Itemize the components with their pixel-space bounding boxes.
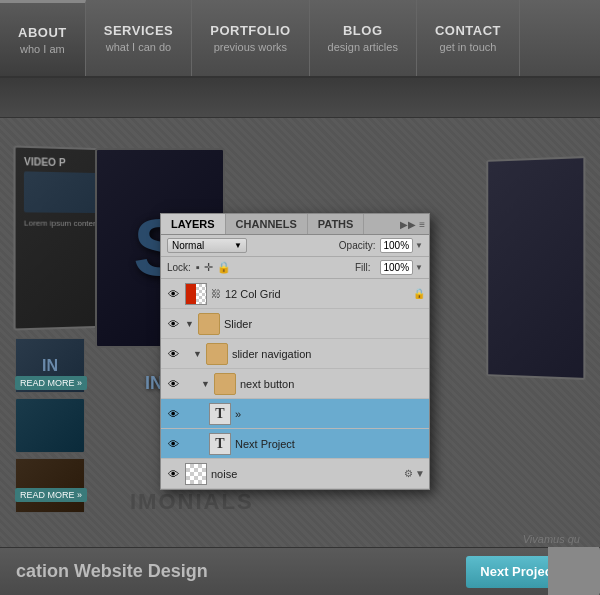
main-content: VIDEO P Lorem ipsum content IN READ MORE… [0,118,600,595]
thumb-12col [185,283,207,305]
nav-sub-contact: get in touch [440,41,497,53]
eye-icon-next-project[interactable]: 👁 [165,436,181,452]
layer-row-next-project[interactable]: 👁 T Next Project [161,429,429,459]
opacity-label: Opacity: [339,240,376,251]
eye-icon-next-button[interactable]: 👁 [165,376,181,392]
nav-main-services: SERVICES [104,23,174,38]
layer-row-12col[interactable]: 👁 ⛓ 12 Col Grid 🔒 [161,279,429,309]
layer-row-slider-nav[interactable]: 👁 ▼ slider navigation [161,339,429,369]
nav-item-about[interactable]: ABOUT who I am [0,0,86,76]
ps-tab-paths[interactable]: PATHS [308,214,365,234]
nav-sub-services: what I can do [106,41,171,53]
thumb-arrow-text: T [209,403,231,425]
bottom-title: cation Website Design [16,561,208,582]
fill-value[interactable]: 100% [380,260,414,275]
ps-tab-channels[interactable]: CHANNELS [226,214,308,234]
layer-row-arrow-text[interactable]: 👁 T » [161,399,429,429]
panel-menu-icon[interactable]: ▶▶ [400,219,416,230]
layer-name-next-button: next button [240,378,425,390]
thumb-slider [198,313,220,335]
opacity-arrow[interactable]: ▼ [415,241,423,250]
nav-main-about: ABOUT [18,25,67,40]
nav-main-blog: BLOG [343,23,383,38]
layer-row-next-button[interactable]: 👁 ▼ next button [161,369,429,399]
panel-collapse-icon[interactable]: ≡ [419,219,425,230]
blend-mode-select[interactable]: Normal ▼ [167,238,247,253]
dark-stripe [0,78,600,118]
card-right [486,156,585,380]
opacity-value[interactable]: 100% [380,238,414,253]
lock-all-icon[interactable]: 🔒 [217,261,231,274]
eye-icon-noise[interactable]: 👁 [165,466,181,482]
layer-name-slider: Slider [224,318,425,330]
layer-name-12col: 12 Col Grid [225,288,409,300]
ps-tab-bar: LAYERS CHANNELS PATHS ▶▶ ≡ [161,214,429,235]
ribbon-decoration [548,547,600,595]
layer-name-arrow-text: » [235,408,425,420]
layer-name-next-project: Next Project [235,438,425,450]
eye-icon-slider-nav[interactable]: 👁 [165,346,181,362]
testimonials-text: IMONIALS [130,489,254,515]
expand-slider[interactable]: ▼ [185,319,194,329]
card-small-3 [15,458,85,513]
nav-item-blog[interactable]: BLOG design articles [310,0,417,76]
noise-settings-icon[interactable]: ⚙ [404,468,413,479]
nav-sub-blog: design articles [328,41,398,53]
ps-tab-layers[interactable]: LAYERS [161,214,226,234]
read-more-btn-2[interactable]: READ MORE » [15,488,87,502]
ps-layers-list: 👁 ⛓ 12 Col Grid 🔒 👁 ▼ [161,279,429,489]
lock-label: Lock: [167,262,191,273]
thumb-next-button [214,373,236,395]
nav-sub-about: who I am [20,43,65,55]
thumb-noise [185,463,207,485]
vivamus-text: Vivamus qu [523,533,580,545]
layer-name-slider-nav: slider navigation [232,348,425,360]
nav-main-portfolio: PORTFOLIO [210,23,290,38]
lock-move-icon[interactable]: ✛ [204,261,213,274]
layer-lock-12col: 🔒 [413,288,425,299]
link-icon-12col: ⛓ [211,288,221,299]
thumb-next-project: T [209,433,231,455]
lock-pixels-icon[interactable]: ▪ [196,261,200,274]
read-more-btn-1[interactable]: READ MORE » [15,376,87,390]
noise-controls: ⚙ ▼ [404,468,425,479]
content-area: VIDEO P Lorem ipsum content IN READ MORE… [0,78,600,595]
layer-row-slider[interactable]: 👁 ▼ Slider [161,309,429,339]
card-small-2 [15,398,85,453]
nav-bar: ABOUT who I am SERVICES what I can do PO… [0,0,600,78]
nav-main-contact: CONTACT [435,23,501,38]
bottom-bar: cation Website Design Next Project » [0,547,600,595]
fill-label: Fill: [355,262,371,273]
expand-slider-nav[interactable]: ▼ [193,349,202,359]
layer-row-noise[interactable]: 👁 noise ⚙ ▼ [161,459,429,489]
nav-item-portfolio[interactable]: PORTFOLIO previous works [192,0,309,76]
nav-item-contact[interactable]: CONTACT get in touch [417,0,520,76]
fill-arrow[interactable]: ▼ [415,263,423,272]
ps-panel: LAYERS CHANNELS PATHS ▶▶ ≡ Normal ▼ Opac… [160,213,430,490]
expand-next-button[interactable]: ▼ [201,379,210,389]
ps-blend-row: Normal ▼ Opacity: 100% ▼ [161,235,429,257]
thumb-slider-nav [206,343,228,365]
blend-select-arrow: ▼ [234,241,242,250]
nav-item-services[interactable]: SERVICES what I can do [86,0,193,76]
eye-icon-12col[interactable]: 👁 [165,286,181,302]
ps-lock-row: Lock: ▪ ✛ 🔒 Fill: 100% ▼ [161,257,429,279]
eye-icon-slider[interactable]: 👁 [165,316,181,332]
nav-sub-portfolio: previous works [214,41,287,53]
noise-arrow[interactable]: ▼ [415,468,425,479]
layer-name-noise: noise [211,468,400,480]
eye-icon-arrow-text[interactable]: 👁 [165,406,181,422]
